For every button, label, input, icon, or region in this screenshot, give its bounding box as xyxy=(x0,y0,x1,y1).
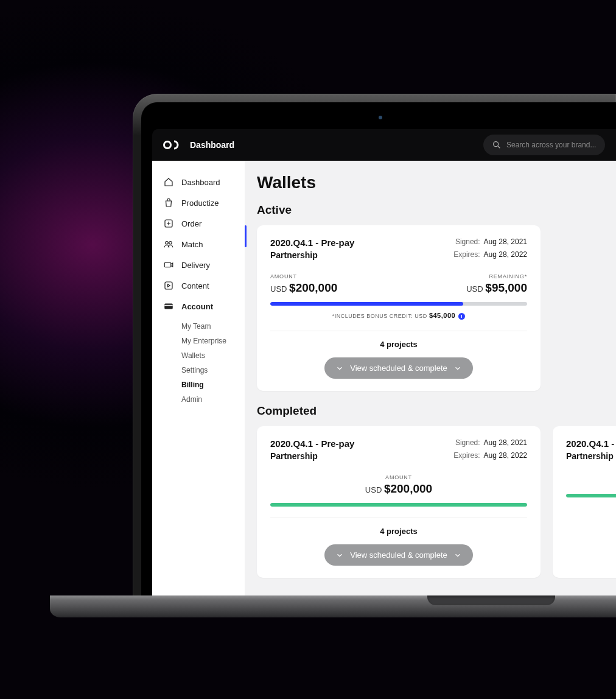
sidebar-item-label: Match xyxy=(181,240,203,249)
bonus-note: *INCLUDES BONUS CREDIT: USD $45,000 i xyxy=(270,312,527,320)
search-input[interactable] xyxy=(506,141,597,149)
remaining-value: $95,000 xyxy=(485,281,527,294)
home-icon xyxy=(163,177,174,188)
sidebar-item-label: Productize xyxy=(181,198,219,208)
sidebar-item-content[interactable]: Content xyxy=(152,275,245,296)
sub-item-billing[interactable]: Billing xyxy=(181,378,245,392)
amount-label: AMOUNT xyxy=(270,474,527,480)
progress-fill xyxy=(270,503,527,507)
svg-line-2 xyxy=(498,146,500,148)
completed-wallet-card: 2020.Q4.1 - Pre-pay Signed: Aug 28, 2021… xyxy=(257,426,541,578)
expand-label: View scheduled & complete xyxy=(350,364,447,373)
progress-fill xyxy=(566,494,616,497)
sub-item-settings[interactable]: Settings xyxy=(181,363,245,378)
laptop-base xyxy=(50,595,616,617)
bag-icon xyxy=(163,197,174,208)
divider xyxy=(270,518,527,518)
play-box-icon xyxy=(163,280,174,291)
signed-label: Signed: xyxy=(455,438,480,449)
sidebar-item-label: Account xyxy=(181,302,213,311)
sidebar-item-match[interactable]: Match xyxy=(152,234,245,255)
svg-rect-6 xyxy=(164,262,171,267)
wallet-subtitle: Partnership xyxy=(270,451,318,461)
search-box[interactable] xyxy=(483,135,605,155)
sidebar-item-label: Content xyxy=(181,281,209,290)
sub-item-admin[interactable]: Admin xyxy=(181,392,245,407)
sidebar-item-label: Order xyxy=(181,219,201,228)
progress-bar xyxy=(566,494,616,497)
main-content: Wallets Active 2020.Q4.1 - Pre-pay Signe… xyxy=(245,161,616,614)
wallet-title: 2020.Q4.1 - Pre-pay xyxy=(270,438,354,449)
camera-dot xyxy=(379,116,382,119)
sub-item-my-enterprise[interactable]: My Enterprise xyxy=(181,334,245,348)
amount-label: AMOUNT xyxy=(270,273,337,279)
sidebar-item-order[interactable]: Order xyxy=(152,213,245,234)
sidebar-item-dashboard[interactable]: Dashboard xyxy=(152,172,245,192)
brand-logo-icon xyxy=(163,139,180,151)
laptop-notch xyxy=(427,595,555,605)
laptop-frame: Dashboard Dashboard xyxy=(133,94,616,614)
section-completed-title: Completed xyxy=(257,404,616,418)
svg-point-5 xyxy=(169,242,172,245)
bonus-amount: $45,000 xyxy=(429,312,455,319)
sidebar-item-account[interactable]: Account xyxy=(152,296,245,317)
sidebar-item-label: Delivery xyxy=(181,261,210,270)
search-icon xyxy=(492,140,502,150)
expires-date: Aug 28, 2022 xyxy=(484,451,527,461)
sub-item-wallets[interactable]: Wallets xyxy=(181,348,245,363)
chevron-down-icon xyxy=(453,551,462,560)
svg-point-1 xyxy=(494,142,499,147)
chevron-down-icon xyxy=(335,364,344,373)
progress-bar xyxy=(270,302,527,306)
progress-bar xyxy=(270,503,527,507)
amount-value: $200,000 xyxy=(384,482,432,495)
remaining-label: REMAINING* xyxy=(466,273,527,279)
svg-point-0 xyxy=(164,142,171,149)
projects-count: 4 projects xyxy=(270,527,527,536)
sidebar-item-productize[interactable]: Productize xyxy=(152,192,245,213)
amount-currency: USD xyxy=(365,485,382,494)
divider xyxy=(270,331,527,331)
active-wallet-card: 2020.Q4.1 - Pre-pay Signed: Aug 28, 2021… xyxy=(257,225,541,391)
sub-item-my-team[interactable]: My Team xyxy=(181,319,245,334)
projects-count: 4 projects xyxy=(270,340,527,349)
svg-rect-9 xyxy=(164,305,173,306)
view-scheduled-button[interactable]: View scheduled & complete xyxy=(324,544,472,566)
chevron-down-icon xyxy=(453,364,462,373)
users-icon xyxy=(163,239,174,250)
remaining-currency: USD xyxy=(466,284,483,293)
card-icon xyxy=(163,301,174,312)
info-icon[interactable]: i xyxy=(458,313,465,320)
expires-label: Expires: xyxy=(453,451,480,461)
wallet-title: 2020.Q4.1 - Pre-pay xyxy=(270,237,354,248)
page-title: Wallets xyxy=(257,173,616,192)
camera-icon xyxy=(163,259,174,270)
amount-value: $200,000 xyxy=(289,281,337,294)
plus-box-icon xyxy=(163,218,174,229)
svg-rect-7 xyxy=(165,282,172,289)
wallet-subtitle: Partnership xyxy=(270,250,318,260)
brand-title: Dashboard xyxy=(190,140,234,150)
svg-point-4 xyxy=(166,242,169,245)
amount-currency: USD xyxy=(270,284,287,293)
chevron-down-icon xyxy=(335,551,344,560)
topbar: Dashboard xyxy=(152,129,616,161)
section-active-title: Active xyxy=(257,203,616,217)
sidebar: Dashboard Productize Order Match xyxy=(152,161,245,614)
svg-rect-8 xyxy=(164,304,173,309)
expires-date: Aug 28, 2022 xyxy=(484,250,527,260)
signed-date: Aug 28, 2021 xyxy=(484,237,527,248)
expires-label: Expires: xyxy=(453,250,480,260)
sidebar-item-label: Dashboard xyxy=(181,178,220,187)
app-screen: Dashboard Dashboard xyxy=(152,129,616,614)
view-scheduled-button[interactable]: View scheduled & complete xyxy=(324,357,472,379)
wallet-subtitle: Partnership xyxy=(566,451,614,461)
signed-label: Signed: xyxy=(455,237,480,248)
sidebar-item-delivery[interactable]: Delivery xyxy=(152,255,245,275)
wallet-title: 2020.Q4.1 - Pre xyxy=(566,438,616,449)
expand-label: View scheduled & complete xyxy=(350,550,447,560)
completed-wallet-card: 2020.Q4.1 - Pre Partnership xyxy=(553,426,616,578)
progress-fill xyxy=(270,302,463,306)
signed-date: Aug 28, 2021 xyxy=(484,438,527,449)
